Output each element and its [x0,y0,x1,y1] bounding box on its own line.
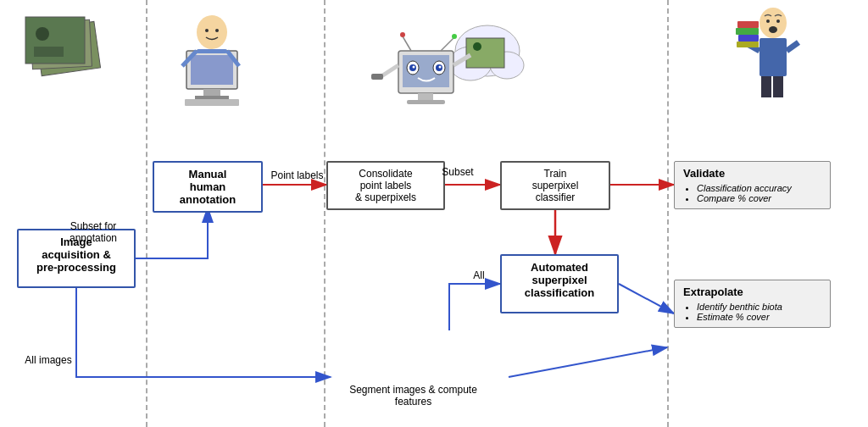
label-all-images: All images [19,354,78,366]
diagram-container: Image acquisition & pre-processing Manua… [0,0,868,427]
svg-rect-21 [466,38,504,68]
label-all: All [458,269,500,281]
svg-rect-11 [185,99,239,106]
svg-rect-46 [773,76,783,97]
svg-line-33 [403,36,411,51]
label-point-labels: Point labels [270,169,325,181]
svg-rect-50 [736,28,759,35]
divider-2 [324,0,326,427]
label-subset-annotation: Subset for annotation [51,220,136,244]
validate-item-2: Compare % cover [697,193,821,203]
svg-point-41 [766,19,770,23]
svg-rect-6 [34,47,64,57]
svg-rect-38 [371,74,383,80]
svg-rect-52 [737,42,759,47]
node-extrapolate: Extrapolate Identify benthic biota Estim… [674,280,831,328]
svg-point-5 [36,27,49,41]
svg-point-12 [197,15,227,49]
person-illustration [153,8,263,110]
divider-3 [667,0,669,427]
svg-rect-51 [738,35,759,42]
svg-rect-44 [760,38,787,76]
svg-point-13 [205,29,209,32]
svg-point-42 [776,19,780,23]
svg-line-48 [787,42,798,51]
svg-point-29 [413,66,415,69]
svg-rect-10 [195,96,229,99]
svg-point-40 [760,8,787,38]
svg-point-43 [769,26,777,33]
validate-item-1: Classification accuracy [697,183,821,193]
svg-point-14 [215,29,219,32]
svg-rect-31 [418,93,433,100]
svg-rect-49 [737,21,759,28]
photos-illustration [13,8,114,93]
svg-line-37 [381,65,398,76]
node-validate: Validate Classification accuracy Compare… [674,161,831,209]
svg-rect-9 [203,89,220,96]
node-automated: Automated superpixel classification [500,254,619,313]
node-train: Train superpixel classifier [500,161,610,210]
extrapolate-item-1: Identify benthic biota [697,302,821,312]
svg-point-36 [452,34,457,39]
svg-rect-45 [761,76,771,97]
node-manual-annotation: Manual human annotation [153,161,263,213]
svg-point-34 [400,32,405,37]
svg-point-30 [439,66,442,69]
svg-line-35 [441,38,453,51]
label-subset: Subset [424,166,492,178]
svg-rect-32 [407,100,445,104]
svg-rect-15 [197,49,227,53]
svg-point-22 [473,42,481,51]
label-segment-compute: Segment images & compute features [335,384,492,408]
divider-1 [146,0,147,427]
computer-robot-illustration [356,4,526,114]
svg-rect-8 [191,55,233,85]
books-person-illustration [729,4,814,114]
extrapolate-item-2: Estimate % cover [697,312,821,322]
